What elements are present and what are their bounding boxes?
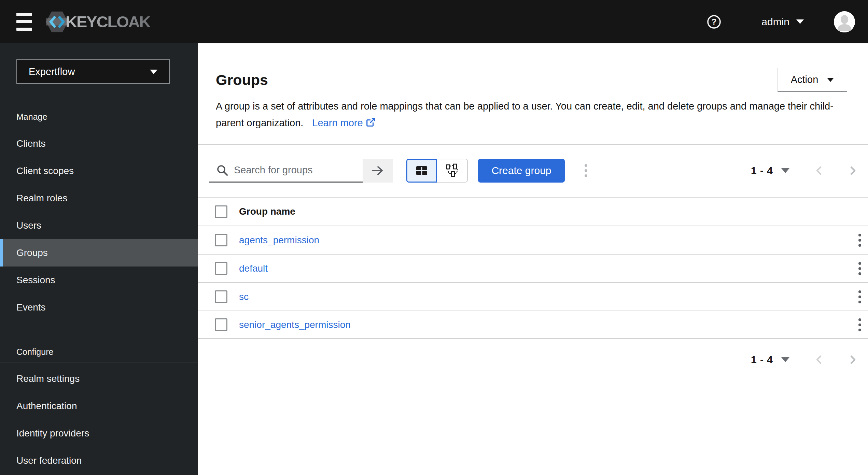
group-name-header: Group name xyxy=(227,206,863,217)
search-input[interactable] xyxy=(234,164,347,176)
row-kebab-menu[interactable] xyxy=(856,315,863,334)
nav-section: Configure Realm settings Authentication … xyxy=(0,345,198,474)
chevron-left-icon xyxy=(814,354,824,365)
pagination-options-caret-icon[interactable] xyxy=(781,168,789,173)
action-dropdown-button[interactable]: Action xyxy=(778,68,847,92)
help-icon[interactable]: ? xyxy=(707,15,721,29)
group-name-link[interactable]: senior_agents_permission xyxy=(239,319,351,330)
groups-toolbar: Create group 1 - 4 xyxy=(198,159,868,183)
nav-divider xyxy=(0,362,198,362)
row-checkbox[interactable] xyxy=(215,290,227,303)
chevron-down-icon xyxy=(827,78,834,82)
row-kebab-menu[interactable] xyxy=(856,230,863,250)
sidebar-item-groups[interactable]: Groups xyxy=(0,239,198,267)
row-checkbox[interactable] xyxy=(215,318,227,331)
table-view-icon xyxy=(415,164,429,177)
row-checkbox[interactable] xyxy=(215,234,227,246)
search-box xyxy=(209,159,363,183)
page-header: Groups Action A group is a set of attrib… xyxy=(198,43,868,132)
nav-section: Manage Clients Client scopes Realm roles… xyxy=(0,110,198,321)
brand-wordmark: KEYCLOAK xyxy=(66,12,150,31)
action-dropdown-label: Action xyxy=(791,74,818,85)
sidebar-nav: Manage Clients Client scopes Realm roles… xyxy=(0,84,198,474)
realm-selector-label: Expertflow xyxy=(29,66,75,77)
keycloak-hexagon-icon xyxy=(46,11,68,33)
tree-view-icon xyxy=(445,163,460,178)
groups-table: Group name agents_permission default sc xyxy=(198,197,868,339)
chevron-left-icon xyxy=(814,165,824,176)
avatar[interactable] xyxy=(834,11,855,32)
arrow-right-icon xyxy=(371,164,384,177)
pagination-bottom: 1 - 4 xyxy=(198,354,868,365)
search-group xyxy=(209,159,393,183)
pagination-range: 1 - 4 xyxy=(751,165,773,176)
sidebar-item-realm-roles[interactable]: Realm roles xyxy=(0,185,198,212)
tree-view-toggle[interactable] xyxy=(437,159,468,183)
sidebar-item-realm-settings[interactable]: Realm settings xyxy=(0,365,198,392)
keycloak-logo: KEYCLOAK xyxy=(46,11,150,33)
nav-section-label: Configure xyxy=(0,345,198,359)
sidebar-item-events[interactable]: Events xyxy=(0,294,198,321)
pagination-range: 1 - 4 xyxy=(751,354,773,365)
view-toggle-group xyxy=(406,159,468,183)
chevron-down-icon xyxy=(150,70,157,74)
svg-text:?: ? xyxy=(712,17,717,26)
select-all-checkbox[interactable] xyxy=(215,205,227,218)
pagination-prev-button[interactable] xyxy=(814,354,824,365)
search-submit-button[interactable] xyxy=(363,159,393,183)
table-row: sc xyxy=(198,282,868,311)
sidebar: Expertflow Manage Clients Client scopes … xyxy=(0,43,198,475)
user-menu-label: admin xyxy=(761,16,789,28)
realm-selector[interactable]: Expertflow xyxy=(16,59,170,84)
sidebar-item-authentication[interactable]: Authentication xyxy=(0,392,198,420)
top-banner: KEYCLOAK ? admin xyxy=(0,0,868,43)
external-link-icon xyxy=(366,116,376,132)
search-icon xyxy=(216,164,228,176)
create-group-button[interactable]: Create group xyxy=(478,159,565,183)
learn-more-link[interactable]: Learn more xyxy=(312,117,376,128)
sidebar-item-user-federation[interactable]: User federation xyxy=(0,447,198,474)
table-view-toggle[interactable] xyxy=(406,159,437,183)
section-divider xyxy=(198,144,868,145)
pagination-prev-button[interactable] xyxy=(814,165,824,176)
sidebar-item-client-scopes[interactable]: Client scopes xyxy=(0,157,198,185)
group-name-link[interactable]: sc xyxy=(239,291,249,302)
table-row: agents_permission xyxy=(198,226,868,254)
row-kebab-menu[interactable] xyxy=(856,287,863,306)
table-header-row: Group name xyxy=(198,197,868,226)
chevron-down-icon xyxy=(796,19,804,24)
group-name-link[interactable]: agents_permission xyxy=(239,235,319,245)
sidebar-item-identity-providers[interactable]: Identity providers xyxy=(0,420,198,447)
nav-section-label: Manage xyxy=(0,110,198,124)
pagination-next-button[interactable] xyxy=(848,165,858,176)
sidebar-item-users[interactable]: Users xyxy=(0,212,198,239)
row-checkbox[interactable] xyxy=(215,262,227,275)
pagination-top: 1 - 4 xyxy=(751,165,858,176)
sidebar-item-clients[interactable]: Clients xyxy=(0,130,198,157)
nav-toggle-hamburger-icon[interactable] xyxy=(16,13,32,31)
nav-divider xyxy=(0,127,198,127)
user-menu[interactable]: admin xyxy=(761,16,804,28)
page-description: A group is a set of attributes and role … xyxy=(216,98,846,132)
sidebar-item-sessions[interactable]: Sessions xyxy=(0,267,198,294)
table-row: default xyxy=(198,254,868,282)
toolbar-kebab-menu[interactable] xyxy=(583,161,589,181)
chevron-right-icon xyxy=(848,165,858,176)
table-row: senior_agents_permission xyxy=(198,311,868,339)
chevron-right-icon xyxy=(848,354,858,365)
row-kebab-menu[interactable] xyxy=(856,259,863,278)
pagination-next-button[interactable] xyxy=(848,354,858,365)
main-content: Groups Action A group is a set of attrib… xyxy=(198,43,868,475)
pagination-options-caret-icon[interactable] xyxy=(781,357,789,362)
group-name-link[interactable]: default xyxy=(239,263,268,274)
page-title: Groups xyxy=(216,70,268,89)
